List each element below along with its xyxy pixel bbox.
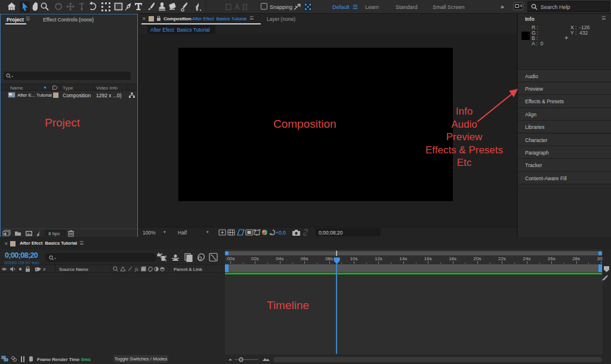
svg-text:#: # [43, 267, 46, 272]
svg-text:fx: fx [135, 266, 138, 272]
svg-text:+0.0: +0.0 [276, 230, 286, 236]
